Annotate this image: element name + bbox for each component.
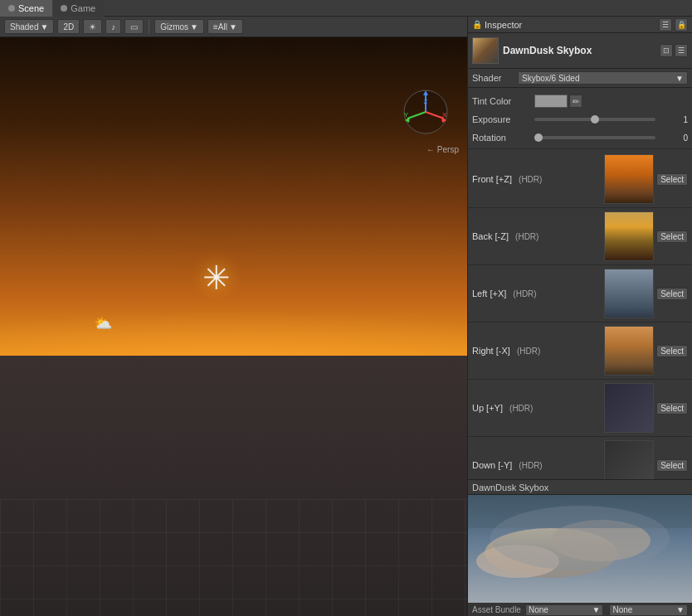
asset-variant-chevron: ▼ [676,605,685,614]
grid-overlay [0,499,467,616]
tint-color-swatch[interactable] [534,95,568,108]
up-label: Up [+Y] [472,403,503,413]
rotation-label: Rotation [472,133,534,143]
inspector-panel: 🔒 Inspector ☰ 🔒 DawnDusk Skybox ⊡ ☰ Shad… [468,17,692,616]
axis-gizmo-svg: Z X Y [401,87,451,137]
gizmos-chevron: ▼ [190,22,198,32]
asset-bundle-row: Asset Bundle None ▼ None ▼ [468,603,692,616]
exposure-label: Exposure [472,114,534,124]
sun-rays: ✳ [202,261,231,294]
rotation-slider[interactable] [534,136,655,139]
up-select-btn[interactable]: Select [656,402,688,415]
front-hdr: (HDR) [519,175,542,184]
preview-title-bar: DawnDusk Skybox [468,480,692,495]
left-hdr: (HDR) [513,289,536,298]
asset-bundle-value: None [529,605,548,614]
preview-svg [468,495,692,603]
game-tab-label: Game [71,3,95,13]
front-texture-thumb [604,154,654,204]
all-dropdown[interactable]: ≡All ▼ [207,19,243,34]
inspector-lock-btn[interactable]: 🔒 [675,18,688,32]
inspector-tab-bar: 🔒 Inspector ☰ 🔒 [468,17,692,33]
sun-icon-btn[interactable]: ☀ [83,19,102,34]
sun: ✳ [196,257,237,298]
scene-toolbar: Shaded ▼ 2D ☀ ♪ ▭ Gizmos ▼ ≡All ▼ [0,17,467,37]
up-hdr: (HDR) [509,404,533,413]
tint-color-label: Tint Color [472,96,534,106]
ground [0,356,467,616]
svg-text:X: X [442,111,447,119]
front-label: Front [+Z] [472,174,512,184]
tab-game[interactable]: Game [52,0,104,17]
down-select-btn[interactable]: Select [656,459,688,472]
tint-color-picker-btn[interactable]: ✏ [569,95,582,108]
svg-text:Y: Y [404,111,409,119]
svg-text:Z: Z [424,98,428,105]
tab-scene[interactable]: Scene [0,0,52,17]
exposure-row: Exposure 1 [468,110,692,129]
exposure-slider[interactable] [534,118,655,121]
asset-bundle-label: Asset Bundle [472,605,521,614]
axis-gizmo: Z X Y [401,87,451,137]
tint-color-row: Tint Color ✏ [468,92,692,110]
asset-preview-thumb [472,37,499,64]
asset-buttons: ⊡ ☰ [660,44,688,57]
scene-canvas: ✳ ⛅ Z X [0,37,467,616]
main-layout: Shaded ▼ 2D ☀ ♪ ▭ Gizmos ▼ ≡All ▼ [0,17,692,616]
scene-tab-dot [8,5,15,12]
inspector-menu-btn[interactable]: ☰ [659,18,672,32]
svg-rect-0 [0,499,467,616]
asset-variant-dropdown[interactable]: None ▼ [609,604,688,616]
rotation-row: Rotation 0 [468,129,692,147]
down-label: Down [-Y] [472,460,512,470]
right-hdr: (HDR) [517,347,540,356]
left-select-btn[interactable]: Select [656,288,688,300]
shader-value: Skybox/6 Sided [522,74,580,83]
left-texture-row: Left [+X] (HDR) Select [468,265,692,323]
sound-icon-btn[interactable]: ♪ [105,19,121,34]
separator-1 [468,148,692,149]
rotation-slider-thumb [534,133,543,142]
preview-title: DawnDusk Skybox [472,483,548,492]
all-label: ≡All [213,22,227,32]
shader-chevron: ▼ [675,74,684,83]
down-hdr: (HDR) [519,461,542,470]
back-select-btn[interactable]: Select [656,230,688,243]
tab-bar: Scene Game [0,0,692,17]
scene-viewport: ✳ ⛅ Z X [0,37,467,616]
front-select-btn[interactable]: Select [656,173,688,186]
right-texture-thumb [604,326,654,376]
asset-more-btn[interactable]: ☰ [675,44,688,57]
rotation-value: 0 [659,133,688,143]
back-texture-row: Back [-Z] (HDR) Select [468,208,692,265]
inspector-icon-group: ☰ 🔒 [659,18,688,32]
bottom-preview: DawnDusk Skybox [468,479,692,616]
back-texture-thumb [604,211,654,261]
asset-bundle-dropdown[interactable]: None ▼ [525,604,604,616]
asset-bundle-chevron: ▼ [592,605,601,614]
left-label: Left [+X] [472,289,506,298]
exposure-value: 1 [659,115,688,124]
asset-open-btn[interactable]: ⊡ [660,44,673,57]
shaded-dropdown[interactable]: Shaded ▼ [4,19,54,34]
right-select-btn[interactable]: Select [656,345,688,357]
properties-list: Tint Color ✏ Exposure 1 Rotation [468,88,692,479]
exposure-slider-thumb [591,115,599,124]
shader-dropdown[interactable]: Skybox/6 Sided ▼ [518,71,688,85]
shader-row: Shader Skybox/6 Sided ▼ [468,69,692,88]
scene-panel: Shaded ▼ 2D ☀ ♪ ▭ Gizmos ▼ ≡All ▼ [0,17,468,616]
back-hdr: (HDR) [515,232,538,241]
inspector-title: Inspector [485,20,659,30]
front-texture-row: Front [+Z] (HDR) Select [468,151,692,208]
screen-icon-btn[interactable]: ▭ [124,19,144,34]
cloud: ⛅ [94,314,112,332]
shader-label: Shader [472,73,514,83]
grid-svg [0,499,467,616]
asset-header: DawnDusk Skybox ⊡ ☰ [468,33,692,69]
preview-canvas [468,495,692,603]
shaded-chevron: ▼ [40,22,48,32]
down-texture-thumb [604,440,654,479]
down-texture-row: Down [-Y] (HDR) Select [468,437,692,479]
gizmos-dropdown[interactable]: Gizmos ▼ [154,19,204,34]
2d-button[interactable]: 2D [57,19,80,34]
